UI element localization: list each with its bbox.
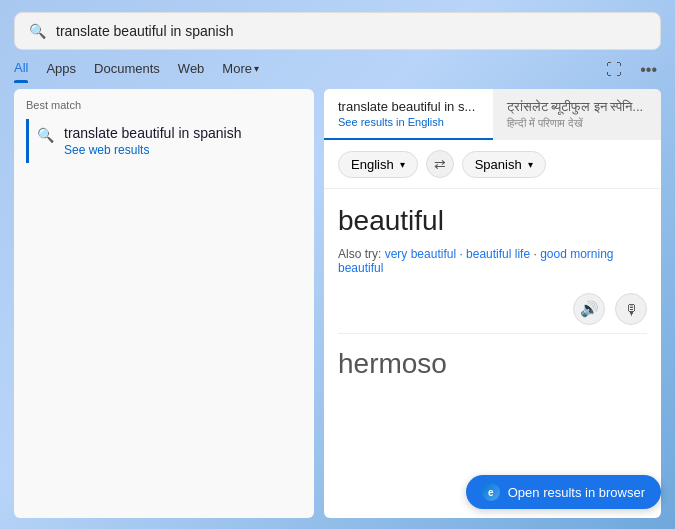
- speaker-icon: 🔊: [580, 300, 599, 318]
- tab-hindi-title: ट्रांसलेट ब्यूटीफुल इन स्पेनि...: [507, 99, 648, 115]
- also-try-label: Also try:: [338, 247, 381, 261]
- also-try-section: Also try: very beautiful · beautiful lif…: [324, 243, 661, 285]
- swap-languages-button[interactable]: ⇄: [426, 150, 454, 178]
- best-match-title: translate beautiful in spanish: [64, 125, 241, 141]
- target-lang-chevron: ▾: [528, 159, 533, 170]
- swap-icon: ⇄: [434, 156, 446, 172]
- nav-item-all[interactable]: All: [14, 56, 28, 83]
- mic-icon: 🎙: [624, 301, 639, 318]
- also-try-link-beautiful-life[interactable]: beautiful life: [466, 247, 530, 261]
- search-input-value: translate beautiful in spanish: [56, 23, 646, 39]
- chevron-down-icon: ▾: [254, 63, 259, 74]
- right-panel: translate beautiful in s... See results …: [324, 89, 661, 518]
- source-language-dropdown[interactable]: English ▾: [338, 151, 418, 178]
- language-selector: English ▾ ⇄ Spanish ▾: [324, 140, 661, 189]
- tab-hindi-sub: हिन्दी में परिणाम देखें: [507, 117, 648, 130]
- main-content: Best match 🔍 translate beautiful in span…: [0, 89, 675, 518]
- nav-item-documents[interactable]: Documents: [94, 57, 160, 82]
- result-tabs: translate beautiful in s... See results …: [324, 89, 661, 140]
- best-match-content: translate beautiful in spanish See web r…: [64, 125, 241, 157]
- nav-item-apps[interactable]: Apps: [46, 57, 76, 82]
- search-icon: 🔍: [29, 23, 46, 39]
- tab-english[interactable]: translate beautiful in s... See results …: [324, 89, 493, 140]
- best-match-label: Best match: [26, 99, 302, 111]
- share-icon[interactable]: ⛶: [602, 59, 626, 81]
- nav-bar: All Apps Documents Web More ▾ ⛶ •••: [0, 50, 675, 83]
- speak-button[interactable]: 🔊: [573, 293, 605, 325]
- search-result-icon: 🔍: [37, 127, 54, 143]
- more-options-icon[interactable]: •••: [636, 59, 661, 81]
- left-panel: Best match 🔍 translate beautiful in span…: [14, 89, 314, 518]
- nav-item-more[interactable]: More ▾: [222, 57, 259, 82]
- source-word: beautiful: [324, 189, 661, 243]
- open-browser-button[interactable]: e Open results in browser: [466, 475, 661, 509]
- open-browser-label: Open results in browser: [508, 485, 645, 500]
- source-lang-chevron: ▾: [400, 159, 405, 170]
- nav-right-icons: ⛶ •••: [602, 59, 661, 81]
- best-match-subtitle[interactable]: See web results: [64, 143, 241, 157]
- nav-item-web[interactable]: Web: [178, 57, 205, 82]
- edge-icon: e: [482, 483, 500, 501]
- best-match-item[interactable]: 🔍 translate beautiful in spanish See web…: [26, 119, 302, 163]
- tab-english-title: translate beautiful in s...: [338, 99, 479, 114]
- target-language-label: Spanish: [475, 157, 522, 172]
- also-try-link-very-beautiful[interactable]: very beautiful: [385, 247, 456, 261]
- audio-controls: 🔊 🎙: [324, 285, 661, 333]
- source-language-label: English: [351, 157, 394, 172]
- tab-english-sub: See results in English: [338, 116, 479, 128]
- target-language-dropdown[interactable]: Spanish ▾: [462, 151, 546, 178]
- tab-hindi[interactable]: ट्रांसलेट ब्यूटीफुल इन स्पेनि... हिन्दी …: [493, 89, 662, 140]
- target-word: hermoso: [324, 334, 661, 386]
- search-bar-container[interactable]: 🔍 translate beautiful in spanish: [14, 12, 661, 50]
- translator-card: English ▾ ⇄ Spanish ▾ beautiful Also try…: [324, 140, 661, 518]
- microphone-button[interactable]: 🎙: [615, 293, 647, 325]
